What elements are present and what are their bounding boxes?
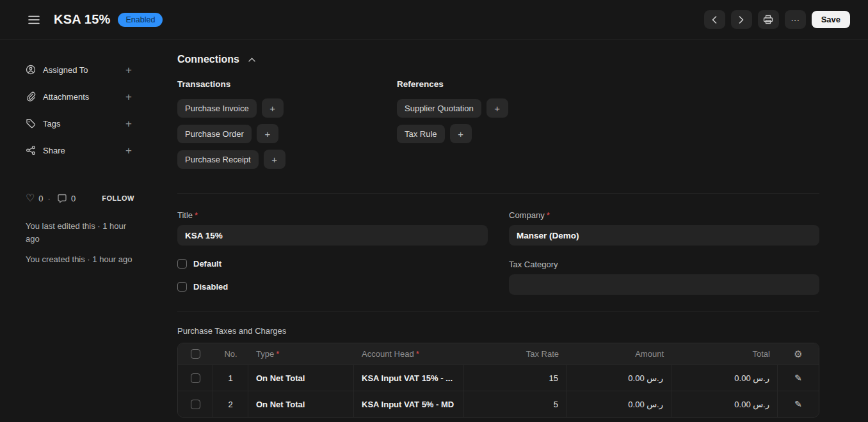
tax-category-label: Tax Category <box>509 260 819 269</box>
plus-icon: + <box>494 104 500 113</box>
new-supplier-quotation-button[interactable]: + <box>486 98 508 118</box>
required-marker: * <box>276 349 279 359</box>
print-button[interactable] <box>758 10 779 29</box>
row-account-head-cell[interactable]: KSA Input VAT 5% - MD <box>354 391 464 417</box>
select-all-checkbox[interactable] <box>191 349 200 359</box>
tag-icon <box>26 118 36 129</box>
hamburger-menu-icon[interactable] <box>26 13 42 27</box>
plus-icon: + <box>458 129 463 139</box>
sidebar-item-assigned-to: Assigned To + <box>26 56 134 83</box>
heart-icon[interactable]: ♡ <box>26 193 35 203</box>
paperclip-icon <box>26 91 36 102</box>
comment-icon[interactable] <box>57 194 67 203</box>
printer-icon <box>763 15 773 24</box>
menu-button[interactable]: ··· <box>785 10 806 29</box>
row-checkbox[interactable] <box>191 400 200 409</box>
company-label: Company* <box>509 210 819 220</box>
chevron-right-icon <box>739 16 744 24</box>
row-total-cell[interactable]: 0.00 ر.س <box>671 365 778 391</box>
navbar: KSA 15% Enabled ··· Save <box>0 0 868 40</box>
edit-row-icon[interactable]: ✎ <box>794 373 802 382</box>
title-label: Title* <box>177 210 488 220</box>
column-header-total: Total <box>671 343 778 364</box>
collapse-connections-button[interactable] <box>246 56 257 64</box>
add-share-button[interactable]: + <box>123 144 134 157</box>
new-purchase-receipt-button[interactable]: + <box>264 150 285 169</box>
disabled-checkbox-row: Disabled <box>177 282 488 292</box>
required-marker: * <box>195 210 198 220</box>
row-amount-cell[interactable]: 0.00 ر.س <box>567 365 671 391</box>
last-edited-text: You last edited this · 1 hour ago <box>26 220 136 246</box>
tax-category-input[interactable] <box>509 274 819 295</box>
required-marker: * <box>547 210 550 220</box>
add-attachment-button[interactable]: + <box>123 90 134 104</box>
new-purchase-invoice-button[interactable]: + <box>262 98 284 118</box>
connection-purchase-invoice[interactable]: Purchase Invoice <box>177 99 257 118</box>
column-header-no: No. <box>213 343 248 364</box>
title-label-text: Title <box>177 210 193 220</box>
follow-button[interactable]: FOLLOW <box>102 194 134 202</box>
company-input[interactable] <box>509 225 819 246</box>
page-content: Assigned To + Attachments + Tags + Share… <box>0 40 868 422</box>
tax-category-label-text: Tax Category <box>509 260 558 269</box>
row-amount-cell[interactable]: 0.00 ر.س <box>567 391 671 417</box>
type-header-text: Type <box>256 349 274 359</box>
created-text: You created this · 1 hour ago <box>26 253 136 266</box>
row-number: 2 <box>213 391 248 417</box>
plus-icon: + <box>271 155 277 164</box>
row-tax-rate-cell[interactable]: 15 <box>464 365 567 391</box>
tax-category-field: Tax Category <box>509 260 819 295</box>
edit-row-icon[interactable]: ✎ <box>794 400 802 409</box>
sidebar-label-share[interactable]: Share <box>43 146 116 155</box>
table-row: 2 On Net Total KSA Input VAT 5% - MD 5 0… <box>178 391 819 417</box>
plus-icon: + <box>125 64 132 76</box>
disabled-checkbox[interactable] <box>177 282 187 292</box>
grid-header-row: No. Type* Account Head* Tax Rate Amount … <box>178 343 819 364</box>
next-document-button[interactable] <box>731 10 752 29</box>
default-checkbox[interactable] <box>177 259 187 269</box>
row-type-cell[interactable]: On Net Total <box>248 391 354 417</box>
row-account-head-cell[interactable]: KSA Input VAT 15% - ... <box>354 365 464 391</box>
purchase-taxes-grid: No. Type* Account Head* Tax Rate Amount … <box>177 343 819 418</box>
table-row: 1 On Net Total KSA Input VAT 15% - ... 1… <box>178 364 819 391</box>
add-tag-button[interactable]: + <box>123 117 134 130</box>
sidebar-item-attachments: Attachments + <box>26 83 134 110</box>
row-tax-rate-cell[interactable]: 5 <box>464 391 567 417</box>
comments-count[interactable]: 0 <box>71 194 76 203</box>
details-section: Title* Default Disabled Company* <box>177 193 819 295</box>
purchase-taxes-section: Purchase Taxes and Charges No. Type* Acc… <box>177 311 819 422</box>
ellipsis-icon: ··· <box>791 15 800 24</box>
connections-section: Connections Transactions Purchase Invoic… <box>177 54 819 175</box>
likes-count[interactable]: 0 <box>38 194 43 203</box>
default-checkbox-row: Default <box>177 259 488 269</box>
row-total-cell[interactable]: 0.00 ر.س <box>671 391 778 417</box>
disabled-checkbox-label[interactable]: Disabled <box>193 282 228 292</box>
connection-purchase-order[interactable]: Purchase Order <box>177 125 252 143</box>
connection-supplier-quotation[interactable]: Supplier Quotation <box>397 99 481 118</box>
transactions-group: Transactions Purchase Invoice + Purchase… <box>177 79 397 175</box>
sidebar-item-share: Share + <box>26 137 134 164</box>
row-type-cell[interactable]: On Net Total <box>248 365 354 391</box>
connection-tax-rule[interactable]: Tax Rule <box>397 125 445 143</box>
sidebar-label-attachments[interactable]: Attachments <box>43 92 116 102</box>
grid-section-label: Purchase Taxes and Charges <box>177 326 819 336</box>
save-button[interactable]: Save <box>812 11 850 28</box>
new-purchase-order-button[interactable]: + <box>257 124 278 143</box>
column-header-tax-rate: Tax Rate <box>464 343 567 364</box>
default-checkbox-label[interactable]: Default <box>193 259 221 269</box>
sidebar-label-assigned-to[interactable]: Assigned To <box>43 65 116 75</box>
title-input[interactable] <box>177 225 488 246</box>
add-assignment-button[interactable]: + <box>123 63 134 77</box>
assigned-to-icon <box>26 65 36 75</box>
plus-icon: + <box>125 118 132 130</box>
grid-settings-gear-icon[interactable]: ⚙ <box>794 349 802 359</box>
row-checkbox[interactable] <box>191 373 200 383</box>
reactions-row: ♡ 0 · 0 FOLLOW <box>26 193 134 203</box>
connection-purchase-receipt[interactable]: Purchase Receipt <box>177 150 259 169</box>
new-tax-rule-button[interactable]: + <box>450 124 472 143</box>
plus-icon: + <box>264 129 270 139</box>
row-number: 1 <box>213 365 248 391</box>
sidebar-label-tags[interactable]: Tags <box>43 119 116 129</box>
prev-document-button[interactable] <box>704 10 725 29</box>
connections-title: Connections <box>177 54 239 65</box>
